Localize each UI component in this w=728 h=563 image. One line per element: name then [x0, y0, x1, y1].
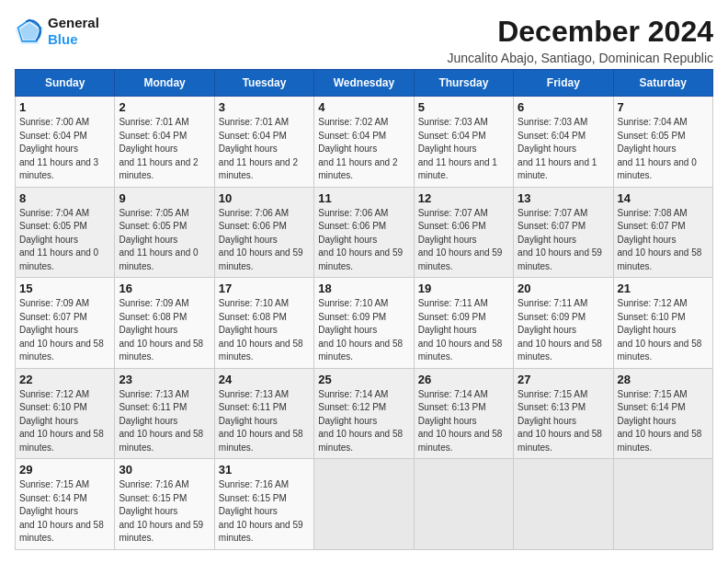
weekday-header-monday: Monday: [115, 70, 214, 97]
day-number: 30: [119, 463, 210, 477]
calendar-cell: 3 Sunrise: 7:01 AMSunset: 6:04 PMDayligh…: [214, 97, 313, 188]
calendar-body: 1 Sunrise: 7:00 AMSunset: 6:04 PMDayligh…: [16, 97, 713, 550]
day-number: 22: [19, 373, 110, 386]
calendar-week-5: 29 Sunrise: 7:15 AMSunset: 6:14 PMDaylig…: [16, 459, 713, 550]
day-number: 15: [19, 282, 110, 295]
day-number: 31: [219, 463, 310, 477]
day-info: Sunrise: 7:07 AMSunset: 6:07 PMDaylight …: [518, 207, 609, 274]
location-subtitle: Juncalito Abajo, Santiago, Dominican Rep…: [447, 51, 713, 65]
day-info: Sunrise: 7:13 AMSunset: 6:11 PMDaylight …: [219, 388, 310, 455]
day-number: 10: [219, 191, 310, 205]
weekday-header-saturday: Saturday: [613, 70, 712, 97]
day-info: Sunrise: 7:10 AMSunset: 6:09 PMDaylight …: [318, 297, 409, 364]
calendar-cell: [514, 459, 613, 550]
day-number: 5: [418, 100, 509, 114]
month-title: December 2024: [447, 15, 713, 49]
day-number: 18: [318, 282, 409, 295]
weekday-header-thursday: Thursday: [414, 70, 513, 97]
calendar-cell: 1 Sunrise: 7:00 AMSunset: 6:04 PMDayligh…: [16, 97, 115, 188]
calendar-cell: [414, 459, 513, 550]
calendar-cell: 12 Sunrise: 7:07 AMSunset: 6:06 PMDaylig…: [414, 187, 513, 278]
day-number: 7: [618, 100, 709, 114]
day-info: Sunrise: 7:08 AMSunset: 6:07 PMDaylight …: [618, 207, 709, 274]
day-number: 14: [618, 191, 709, 205]
day-number: 28: [618, 373, 709, 386]
calendar-cell: 7 Sunrise: 7:04 AMSunset: 6:05 PMDayligh…: [613, 97, 712, 188]
day-number: 23: [119, 373, 210, 386]
calendar-cell: 4 Sunrise: 7:02 AMSunset: 6:04 PMDayligh…: [314, 97, 414, 188]
day-number: 29: [19, 463, 110, 477]
calendar-week-1: 1 Sunrise: 7:00 AMSunset: 6:04 PMDayligh…: [16, 97, 713, 188]
day-info: Sunrise: 7:15 AMSunset: 6:14 PMDaylight …: [618, 388, 709, 455]
day-info: Sunrise: 7:09 AMSunset: 6:07 PMDaylight …: [19, 297, 110, 364]
weekday-header-tuesday: Tuesday: [214, 70, 313, 97]
day-info: Sunrise: 7:14 AMSunset: 6:12 PMDaylight …: [318, 388, 409, 455]
calendar-cell: 14 Sunrise: 7:08 AMSunset: 6:07 PMDaylig…: [613, 187, 712, 278]
calendar-cell: 11 Sunrise: 7:06 AMSunset: 6:06 PMDaylig…: [314, 187, 414, 278]
day-number: 1: [19, 100, 110, 114]
calendar-cell: 8 Sunrise: 7:04 AMSunset: 6:05 PMDayligh…: [16, 187, 115, 278]
calendar-cell: 23 Sunrise: 7:13 AMSunset: 6:11 PMDaylig…: [115, 368, 214, 459]
calendar-cell: 29 Sunrise: 7:15 AMSunset: 6:14 PMDaylig…: [16, 459, 115, 550]
day-number: 2: [119, 100, 210, 114]
day-number: 3: [219, 100, 310, 114]
day-number: 26: [418, 373, 509, 386]
day-info: Sunrise: 7:04 AMSunset: 6:05 PMDaylight …: [19, 207, 110, 274]
day-info: Sunrise: 7:00 AMSunset: 6:04 PMDaylight …: [19, 116, 110, 183]
title-block: December 2024 Juncalito Abajo, Santiago,…: [447, 15, 713, 65]
day-number: 8: [19, 191, 110, 205]
calendar-cell: 30 Sunrise: 7:16 AMSunset: 6:15 PMDaylig…: [115, 459, 214, 550]
calendar-cell: 26 Sunrise: 7:14 AMSunset: 6:13 PMDaylig…: [414, 368, 513, 459]
calendar-cell: 21 Sunrise: 7:12 AMSunset: 6:10 PMDaylig…: [613, 278, 712, 369]
day-info: Sunrise: 7:03 AMSunset: 6:04 PMDaylight …: [418, 116, 509, 183]
calendar-header: SundayMondayTuesdayWednesdayThursdayFrid…: [16, 70, 713, 97]
calendar-cell: 15 Sunrise: 7:09 AMSunset: 6:07 PMDaylig…: [16, 278, 115, 369]
day-number: 17: [219, 282, 310, 295]
day-info: Sunrise: 7:01 AMSunset: 6:04 PMDaylight …: [119, 116, 210, 183]
day-number: 20: [518, 282, 609, 295]
day-info: Sunrise: 7:15 AMSunset: 6:14 PMDaylight …: [19, 478, 110, 546]
calendar-cell: 20 Sunrise: 7:11 AMSunset: 6:09 PMDaylig…: [514, 278, 613, 369]
calendar-cell: [613, 459, 712, 550]
calendar-cell: 17 Sunrise: 7:10 AMSunset: 6:08 PMDaylig…: [214, 278, 313, 369]
calendar-cell: 24 Sunrise: 7:13 AMSunset: 6:11 PMDaylig…: [214, 368, 313, 459]
day-info: Sunrise: 7:11 AMSunset: 6:09 PMDaylight …: [518, 297, 609, 364]
calendar-cell: 19 Sunrise: 7:11 AMSunset: 6:09 PMDaylig…: [414, 278, 513, 369]
weekday-header-wednesday: Wednesday: [314, 70, 414, 97]
day-info: Sunrise: 7:10 AMSunset: 6:08 PMDaylight …: [219, 297, 310, 364]
day-info: Sunrise: 7:12 AMSunset: 6:10 PMDaylight …: [618, 297, 709, 364]
day-info: Sunrise: 7:09 AMSunset: 6:08 PMDaylight …: [119, 297, 210, 364]
day-number: 24: [219, 373, 310, 386]
day-info: Sunrise: 7:16 AMSunset: 6:15 PMDaylight …: [219, 478, 310, 546]
day-info: Sunrise: 7:07 AMSunset: 6:06 PMDaylight …: [418, 207, 509, 274]
day-info: Sunrise: 7:14 AMSunset: 6:13 PMDaylight …: [418, 388, 509, 455]
day-number: 11: [318, 191, 409, 205]
day-number: 9: [119, 191, 210, 205]
day-number: 13: [518, 191, 609, 205]
weekday-row: SundayMondayTuesdayWednesdayThursdayFrid…: [16, 70, 713, 97]
logo-text: GeneralBlue: [48, 15, 99, 48]
day-number: 21: [618, 282, 709, 295]
day-info: Sunrise: 7:02 AMSunset: 6:04 PMDaylight …: [318, 116, 409, 183]
day-info: Sunrise: 7:15 AMSunset: 6:13 PMDaylight …: [518, 388, 609, 455]
day-info: Sunrise: 7:01 AMSunset: 6:04 PMDaylight …: [219, 116, 310, 183]
calendar-cell: 27 Sunrise: 7:15 AMSunset: 6:13 PMDaylig…: [514, 368, 613, 459]
day-number: 25: [318, 373, 409, 386]
calendar-cell: 13 Sunrise: 7:07 AMSunset: 6:07 PMDaylig…: [514, 187, 613, 278]
calendar-cell: 28 Sunrise: 7:15 AMSunset: 6:14 PMDaylig…: [613, 368, 712, 459]
day-info: Sunrise: 7:06 AMSunset: 6:06 PMDaylight …: [318, 207, 409, 274]
logo-icon: [15, 18, 44, 44]
day-info: Sunrise: 7:16 AMSunset: 6:15 PMDaylight …: [119, 478, 210, 546]
day-number: 19: [418, 282, 509, 295]
calendar-cell: 9 Sunrise: 7:05 AMSunset: 6:05 PMDayligh…: [115, 187, 214, 278]
calendar-week-2: 8 Sunrise: 7:04 AMSunset: 6:05 PMDayligh…: [16, 187, 713, 278]
logo: GeneralBlue: [15, 15, 99, 48]
calendar-cell: 2 Sunrise: 7:01 AMSunset: 6:04 PMDayligh…: [115, 97, 214, 188]
day-info: Sunrise: 7:12 AMSunset: 6:10 PMDaylight …: [19, 388, 110, 455]
calendar-cell: 22 Sunrise: 7:12 AMSunset: 6:10 PMDaylig…: [16, 368, 115, 459]
calendar-week-4: 22 Sunrise: 7:12 AMSunset: 6:10 PMDaylig…: [16, 368, 713, 459]
calendar-cell: 25 Sunrise: 7:14 AMSunset: 6:12 PMDaylig…: [314, 368, 414, 459]
page-header: GeneralBlue December 2024 Juncalito Abaj…: [15, 15, 713, 65]
calendar-cell: 16 Sunrise: 7:09 AMSunset: 6:08 PMDaylig…: [115, 278, 214, 369]
day-number: 27: [518, 373, 609, 386]
